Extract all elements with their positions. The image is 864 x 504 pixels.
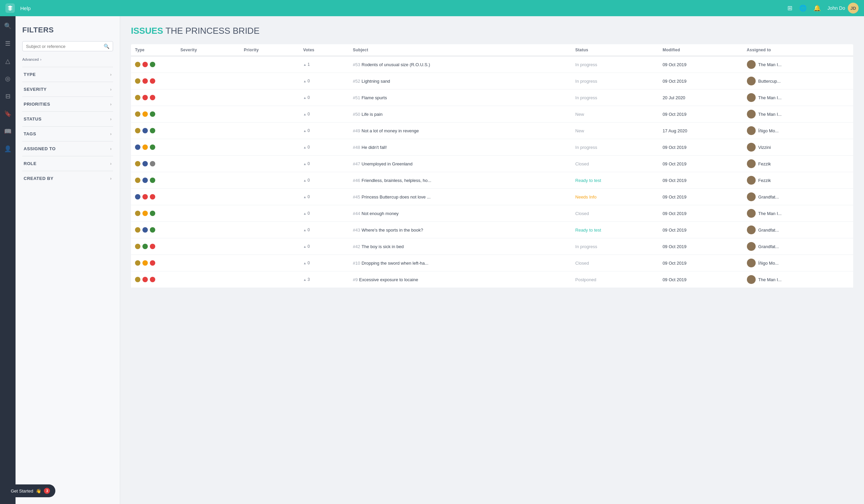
filter-label-status: STATUS xyxy=(24,117,41,121)
issue-subject-11: The boy is sick in bed xyxy=(361,244,404,249)
vote-count-2: 0 xyxy=(308,95,310,100)
assigned-name-4: Íñigo Mo... xyxy=(758,128,779,133)
status-cell-3: New xyxy=(572,106,659,122)
chat-icon[interactable]: ◎ xyxy=(2,73,13,84)
vote-arrow-12: ▲ xyxy=(303,261,307,265)
assigned-avatar-9 xyxy=(747,209,756,218)
get-started-button[interactable]: Get Started 👋 3 xyxy=(5,484,55,497)
modified-cell-9: 09 Oct 2019 xyxy=(659,205,743,222)
assigned-cell-2: The Man I... xyxy=(743,89,853,106)
severity-dot-5 xyxy=(142,144,148,150)
severity-dot-13 xyxy=(142,277,148,282)
table-row[interactable]: ▲0#46Friendless, brainless, helpless, ho… xyxy=(131,172,853,189)
vote-arrow-9: ▲ xyxy=(303,212,307,215)
vote-count-9: 0 xyxy=(308,211,310,216)
triangle-icon[interactable]: △ xyxy=(2,55,13,67)
search-box[interactable]: 🔍 xyxy=(22,41,113,51)
search-input[interactable] xyxy=(26,44,104,49)
subject-cell-5: #48He didn't fall! xyxy=(349,139,572,156)
votes-cell-11: ▲0 xyxy=(299,238,349,255)
vote-arrow-4: ▲ xyxy=(303,129,307,133)
filter-item-status[interactable]: STATUS› xyxy=(22,111,113,126)
assigned-cell-5: Vizzini xyxy=(743,139,853,156)
modified-cell-11: 09 Oct 2019 xyxy=(659,238,743,255)
type-dot-4 xyxy=(135,128,141,133)
person-icon[interactable]: 👤 xyxy=(2,143,13,155)
filter-list: TYPE›SEVERITY›PRIORITIES›STATUS›TAGS›ASS… xyxy=(22,67,113,186)
issue-num-2: #51 xyxy=(353,95,360,100)
bell-icon[interactable]: 🔔 xyxy=(813,4,821,12)
status-cell-2: In progress xyxy=(572,89,659,106)
help-link[interactable]: Help xyxy=(20,5,31,11)
get-started-badge: 3 xyxy=(44,488,50,494)
severity-dot-3 xyxy=(142,111,148,117)
status-badge-10: Ready to test xyxy=(575,228,601,232)
search-submit-icon[interactable]: 🔍 xyxy=(104,44,109,49)
search-icon[interactable]: 🔍 xyxy=(2,20,13,32)
menu-icon[interactable]: ☰ xyxy=(2,38,13,49)
filter-item-role[interactable]: ROLE› xyxy=(22,156,113,171)
table-row[interactable]: ▲0#44Not enough moneyClosed09 Oct 2019 T… xyxy=(131,205,853,222)
filter-item-created_by[interactable]: CREATED BY› xyxy=(22,171,113,186)
status-badge-8: Needs Info xyxy=(575,194,597,200)
assigned-avatar-1 xyxy=(747,77,756,85)
advanced-link[interactable]: Advanced › xyxy=(22,57,113,61)
issues-project-name: THE PRINCESS BRIDE xyxy=(165,26,260,36)
table-row[interactable]: ▲0#43Where's the sports in the book?Read… xyxy=(131,222,853,238)
filter-item-type[interactable]: TYPE› xyxy=(22,67,113,82)
status-cell-6: Closed xyxy=(572,156,659,172)
table-row[interactable]: ▲3#9Excessive exposure to locainePostpon… xyxy=(131,272,853,288)
assigned-name-6: Fezzik xyxy=(758,161,771,166)
assigned-name-2: The Man I... xyxy=(758,95,782,100)
filter-item-priorities[interactable]: PRIORITIES› xyxy=(22,97,113,111)
globe-icon[interactable]: 🌐 xyxy=(799,4,807,12)
table-row[interactable]: ▲0#42The boy is sick in bedIn progress09… xyxy=(131,238,853,255)
filter-label-assigned_to: ASSIGNED TO xyxy=(24,146,56,151)
table-row[interactable]: ▲0#48He didn't fall!In progress09 Oct 20… xyxy=(131,139,853,156)
assigned-cell-4: Íñigo Mo... xyxy=(743,122,853,139)
modified-cell-12: 09 Oct 2019 xyxy=(659,255,743,272)
vote-arrow-11: ▲ xyxy=(303,245,307,249)
table-row[interactable]: ▲0#50Life is painNew09 Oct 2019 The Man … xyxy=(131,106,853,122)
table-row[interactable]: ▲0#49Not a lot of money in revengeNew17 … xyxy=(131,122,853,139)
issue-subject-5: He didn't fall! xyxy=(361,145,387,150)
grid-small-icon[interactable]: ⊟ xyxy=(2,91,13,102)
bookmark-icon[interactable]: 🔖 xyxy=(2,108,13,120)
priority-dot-7 xyxy=(150,178,155,183)
status-cell-9: Closed xyxy=(572,205,659,222)
assigned-avatar-7 xyxy=(747,176,756,185)
type-dot-8 xyxy=(135,194,141,200)
dots-cell-1 xyxy=(131,73,299,89)
issue-subject-4: Not a lot of money in revenge xyxy=(361,128,419,133)
votes-cell-1: ▲0 xyxy=(299,73,349,89)
grid-icon[interactable]: ⊞ xyxy=(788,4,792,12)
filter-item-severity[interactable]: SEVERITY› xyxy=(22,82,113,97)
filters-panel: FILTERS 🔍 Advanced › TYPE›SEVERITY›PRIOR… xyxy=(15,16,120,504)
issue-subject-10: Where's the sports in the book? xyxy=(361,228,423,232)
user-menu[interactable]: John Do JD xyxy=(828,3,859,13)
votes-cell-2: ▲0 xyxy=(299,89,349,106)
vote-count-5: 0 xyxy=(308,145,310,149)
app-logo[interactable] xyxy=(5,3,15,13)
filter-item-tags[interactable]: TAGS› xyxy=(22,126,113,141)
vote-count-8: 0 xyxy=(308,194,310,199)
book-icon[interactable]: 📖 xyxy=(2,125,13,137)
table-row[interactable]: ▲0#45Princess Buttercup does not love ..… xyxy=(131,189,853,205)
issue-num-9: #44 xyxy=(353,211,360,216)
table-row[interactable]: ▲1#53Rodents of unusual size (R.O.U.S.)I… xyxy=(131,56,853,73)
table-row[interactable]: ▲0#10Dropping the sword when left-ha...C… xyxy=(131,255,853,272)
table-row[interactable]: ▲0#51Flame spurtsIn progress20 Jul 2020 … xyxy=(131,89,853,106)
filter-label-role: ROLE xyxy=(24,161,36,166)
vote-arrow-10: ▲ xyxy=(303,228,307,232)
priority-dot-9 xyxy=(150,211,155,216)
assigned-cell-6: Fezzik xyxy=(743,156,853,172)
table-row[interactable]: ▲0#47Unemployed in GreenlandClosed09 Oct… xyxy=(131,156,853,172)
col-header-subject: Subject xyxy=(349,44,572,56)
filter-item-assigned_to[interactable]: ASSIGNED TO› xyxy=(22,141,113,156)
table-row[interactable]: ▲0#52Lightning sandIn progress09 Oct 201… xyxy=(131,73,853,89)
vote-count-4: 0 xyxy=(308,128,310,133)
votes-cell-0: ▲1 xyxy=(299,56,349,73)
issue-subject-12: Dropping the sword when left-ha... xyxy=(361,261,428,266)
subject-cell-7: #46Friendless, brainless, helpless, ho..… xyxy=(349,172,572,189)
issue-subject-6: Unemployed in Greenland xyxy=(361,161,412,166)
